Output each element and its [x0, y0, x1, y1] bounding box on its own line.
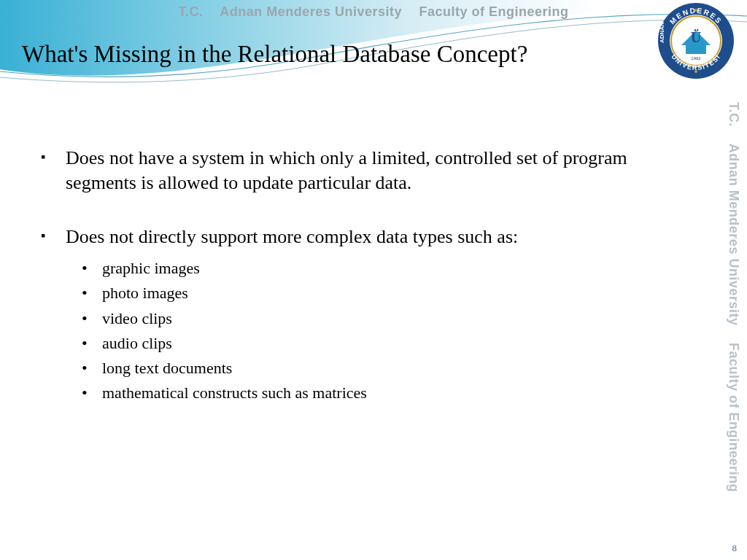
bullet-text: Does not directly support more complex d… — [66, 226, 518, 247]
header-university: Adnan Menderes University — [220, 4, 402, 19]
sub-bullet-item: graphic images — [95, 256, 693, 281]
sub-bullet-item: mathematical constructs such as matrices — [95, 381, 693, 405]
sub-bullet-item: audio clips — [95, 331, 693, 356]
svg-point-6 — [694, 70, 697, 73]
svg-text:ADNAN: ADNAN — [659, 22, 665, 43]
sub-bullet-item: video clips — [95, 306, 693, 331]
header-banner: T.C. Adnan Menderes University Faculty o… — [0, 4, 747, 20]
bullet-text: Does not have a system in which only a l… — [66, 147, 627, 193]
header-tc: T.C. — [179, 4, 204, 19]
svg-point-7 — [694, 9, 697, 12]
slide: T.C. Adnan Menderes University Faculty o… — [0, 0, 747, 560]
side-tc: T.C. — [727, 102, 741, 127]
sub-bullet-item: photo images — [95, 281, 693, 306]
logo-letter: Ü — [691, 29, 701, 45]
logo-year: 1992 — [691, 56, 701, 61]
bullet-item: Does not have a system in which only a l… — [58, 146, 693, 195]
page-number: 8 — [732, 542, 738, 554]
side-banner: T.C. Adnan Menderes University Faculty o… — [724, 102, 741, 510]
slide-content: Does not have a system in which only a l… — [58, 146, 693, 435]
side-faculty: Faculty of Engineering — [727, 343, 741, 492]
slide-title: What's Missing in the Relational Databas… — [22, 41, 678, 68]
side-university: Adnan Menderes University — [727, 144, 741, 326]
bullet-item: Does not directly support more complex d… — [58, 225, 693, 405]
sub-bullet-item: long text documents — [95, 356, 693, 381]
header-faculty: Faculty of Engineering — [419, 4, 568, 19]
